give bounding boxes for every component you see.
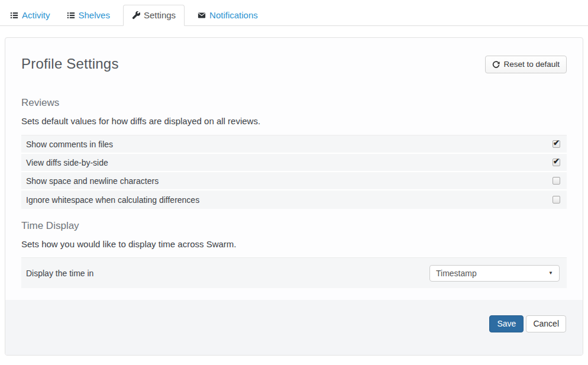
section-heading-reviews: Reviews	[21, 97, 567, 109]
setting-row-display-time: Display the time in Timestamp ▼	[21, 258, 567, 288]
tab-settings-label: Settings	[144, 11, 176, 20]
setting-row-ignore-whitespace: Ignore whitespace when calculating diffe…	[21, 190, 567, 209]
tab-shelves-label: Shelves	[79, 11, 110, 20]
time-format-select[interactable]: Timestamp ▼	[429, 265, 560, 282]
page-title: Profile Settings	[21, 56, 119, 72]
list-icon	[10, 11, 18, 20]
ignore-whitespace-checkbox[interactable]: ✔	[553, 196, 560, 204]
whitespace-chars-checkbox[interactable]: ✔	[553, 177, 560, 185]
time-display-settings-list: Display the time in Timestamp ▼	[21, 257, 567, 288]
setting-label: View diffs side-by-side	[26, 158, 108, 167]
section-description-reviews: Sets default values for how diffs are di…	[21, 116, 567, 126]
tab-bar: Activity Shelves Settings Notifications	[0, 0, 588, 26]
checkmark-icon: ✔	[553, 138, 560, 147]
show-comments-checkbox[interactable]: ✔	[553, 140, 560, 148]
setting-row-show-comments: Show comments in files ✔	[21, 135, 567, 154]
chevron-down-icon: ▼	[548, 270, 553, 276]
save-button[interactable]: Save	[489, 315, 524, 332]
tab-activity[interactable]: Activity	[2, 5, 59, 25]
reset-to-default-button[interactable]: Reset to default	[485, 56, 567, 73]
reviews-settings-list: Show comments in files ✔ View diffs side…	[21, 135, 567, 209]
profile-settings-panel: Profile Settings Reset to default Review…	[5, 37, 583, 356]
section-heading-time-display: Time Display	[21, 220, 567, 232]
setting-label: Display the time in	[26, 269, 93, 278]
side-by-side-checkbox[interactable]: ✔	[553, 159, 560, 166]
tab-settings[interactable]: Settings	[123, 5, 185, 26]
tab-activity-label: Activity	[22, 11, 50, 20]
tab-notifications-label: Notifications	[209, 11, 258, 20]
section-description-time-display: Sets how you would like to display time …	[21, 239, 567, 249]
setting-label: Ignore whitespace when calculating diffe…	[26, 195, 199, 205]
wrench-icon	[132, 11, 140, 20]
checkmark-icon: ✔	[553, 157, 560, 166]
form-actions-footer: Save Cancel	[5, 300, 583, 355]
setting-row-whitespace-chars: Show space and newline characters ✔	[21, 172, 567, 190]
time-format-selected-value: Timestamp	[436, 269, 477, 278]
reset-to-default-label: Reset to default	[503, 59, 560, 70]
setting-label: Show space and newline characters	[26, 176, 159, 186]
cancel-button[interactable]: Cancel	[526, 315, 566, 332]
setting-label: Show comments in files	[26, 140, 113, 149]
envelope-icon	[198, 11, 206, 20]
setting-row-side-by-side: View diffs side-by-side ✔	[21, 154, 567, 172]
refresh-icon	[492, 61, 500, 69]
tab-shelves[interactable]: Shelves	[59, 5, 118, 25]
list-icon	[67, 11, 75, 20]
tab-notifications[interactable]: Notifications	[189, 5, 266, 25]
